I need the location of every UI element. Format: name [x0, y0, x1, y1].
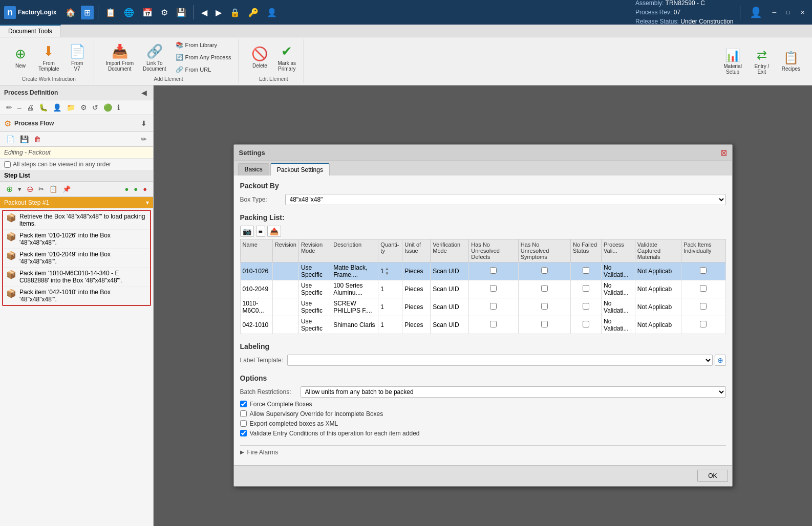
sidebar-tb-settings[interactable]: ⚙	[78, 102, 89, 113]
nav-gear-btn[interactable]: ⚙	[158, 6, 171, 19]
step-info-btn[interactable]: ●	[141, 184, 149, 194]
row0-no-defects-cb[interactable]	[490, 267, 497, 274]
fire-alarms-section[interactable]: ▶ Fire Alarms	[240, 445, 726, 459]
row1-no-defects-cb[interactable]	[490, 285, 497, 292]
row3-pack-individually-cb[interactable]	[700, 321, 707, 327]
maximize-btn[interactable]: □	[783, 7, 793, 17]
nav-copy-btn[interactable]: 📋	[102, 6, 119, 19]
row1-no-failed-cb[interactable]	[583, 285, 589, 292]
allow-supervisory-override-row[interactable]: Allow Supervisory Override for Incomplet…	[240, 410, 726, 418]
sidebar-tb-green1[interactable]: 🟢	[101, 102, 114, 113]
ribbon-import-from-doc-btn[interactable]: 📥 Import FromDocument	[102, 41, 137, 74]
step-green1-btn[interactable]: ●	[122, 184, 131, 194]
step-sub-item-2[interactable]: 📦 Pack item '010-2049' into the Box '48"…	[3, 249, 150, 268]
ribbon-delete-btn[interactable]: 🚫 Delete	[247, 43, 272, 71]
step-green2-btn[interactable]: ●	[132, 184, 140, 194]
row2-pack-individually-cb[interactable]	[700, 303, 707, 310]
step-sub-item-0[interactable]: 📦 Retrieve the Box '48"x48"x48"' to load…	[3, 211, 150, 230]
row0-no-failed-cb[interactable]	[583, 267, 589, 274]
nav-back-btn[interactable]: ◀	[198, 6, 210, 19]
sidebar-tb-print[interactable]: 🖨	[25, 102, 36, 113]
ribbon-mark-primary-btn[interactable]: ✔ Mark asPrimary	[274, 41, 300, 74]
step-dropdown-btn[interactable]: ▾	[16, 184, 24, 194]
sidebar-collapse-btn[interactable]: ◀	[139, 87, 149, 98]
ribbon-link-to-doc-btn[interactable]: 🔗 Link ToDocument	[139, 41, 170, 74]
force-complete-boxes-cb[interactable]	[240, 401, 247, 407]
nav-forward-btn[interactable]: ▶	[212, 6, 225, 19]
ribbon-from-url-btn[interactable]: 🔗 From URL	[172, 64, 235, 75]
row2-no-failed-cb[interactable]	[583, 303, 589, 310]
view-any-order-checkbox[interactable]	[4, 161, 11, 168]
nav-lock-btn[interactable]: 🔒	[227, 6, 243, 19]
ok-button[interactable]: OK	[697, 470, 728, 482]
packing-list-add-btn[interactable]: 📷	[240, 226, 254, 237]
row1-pack-individually-cb[interactable]	[700, 285, 707, 292]
nav-user-btn[interactable]: 👤	[746, 4, 765, 20]
row1-no-symptoms-cb[interactable]	[541, 285, 548, 292]
step-sub-item-3[interactable]: 📦 Pack item '1010-M6C010-14-340 - E C088…	[3, 268, 150, 287]
ribbon-new-btn[interactable]: ⊕ New	[8, 43, 33, 71]
row0-qty-down[interactable]: ▼	[385, 271, 389, 276]
export-completed-xml-row[interactable]: Export completed boxes as XML	[240, 420, 726, 427]
row2-no-defects-cb[interactable]	[490, 303, 497, 310]
step-add-btn[interactable]: ⊕	[4, 183, 15, 195]
row0-qty-up[interactable]: ▲	[385, 267, 389, 271]
nav-globe-btn[interactable]: 🌐	[121, 6, 137, 19]
row3-no-defects-cb[interactable]	[490, 321, 497, 327]
sidebar-tb-folder[interactable]: 📁	[65, 102, 77, 113]
ribbon-material-setup-btn[interactable]: 📊 MaterialSetup	[720, 46, 745, 77]
packout-step-item[interactable]: Packout Step #1 ▾	[0, 197, 153, 209]
add-label-btn[interactable]: ⊕	[715, 355, 726, 366]
step-sub-item-4[interactable]: 📦 Pack item '042-1010' into the Box '48"…	[3, 287, 150, 305]
step-remove-btn[interactable]: ⊖	[25, 183, 35, 195]
row3-no-symptoms-cb[interactable]	[541, 321, 548, 327]
label-template-select[interactable]	[287, 355, 712, 366]
export-completed-xml-cb[interactable]	[240, 420, 247, 427]
icon-row-btn1[interactable]: 📄	[4, 134, 17, 144]
dialog-close-btn[interactable]: ⊠	[720, 148, 727, 158]
validate-entry-conditions-cb[interactable]	[240, 430, 247, 436]
row0-no-symptoms-cb[interactable]	[541, 267, 548, 274]
validate-entry-conditions-row[interactable]: Validate Entry Conditions of this operat…	[240, 430, 726, 437]
table-row-0[interactable]: 010-1026 Use Specific Matte Black, Frame…	[240, 262, 725, 280]
ribbon-from-library-btn[interactable]: 📚 From Library	[172, 39, 235, 51]
ribbon-from-template-btn[interactable]: ⬇ FromTemplate	[35, 41, 63, 74]
nav-person-btn[interactable]: 👤	[264, 6, 280, 19]
ribbon-recipes-btn[interactable]: 📋 Recipes	[778, 48, 804, 74]
ribbon-entry-exit-btn[interactable]: ⇄ Entry /Exit	[750, 46, 774, 77]
sidebar-tb-info[interactable]: ℹ	[115, 102, 122, 113]
row3-no-failed-cb[interactable]	[583, 321, 589, 327]
packing-list-export-btn[interactable]: 📤	[267, 226, 281, 237]
row2-no-symptoms-cb[interactable]	[541, 303, 548, 310]
ribbon-from-any-process-btn[interactable]: 🔄 From Any Process	[172, 52, 235, 63]
tab-packout-settings[interactable]: Packout Settings	[270, 163, 330, 176]
box-type-select[interactable]: 48"x48"x48"	[285, 194, 726, 205]
batch-restrictions-select[interactable]: Allow units from any batch to be packed	[301, 386, 726, 398]
row0-pack-individually-cb[interactable]	[700, 267, 707, 274]
icon-row-btn4[interactable]: ✏	[139, 134, 149, 144]
allow-supervisory-override-cb[interactable]	[240, 410, 247, 417]
process-flow-down-btn[interactable]: ⬇	[139, 118, 149, 128]
nav-home-btn[interactable]: 🏠	[62, 6, 79, 19]
sidebar-tb-pencil[interactable]: ✏	[4, 102, 14, 113]
close-btn[interactable]: ✕	[797, 7, 808, 18]
table-row-1[interactable]: 010-2049 Use Specific 100 Series Aluminu…	[240, 280, 725, 298]
icon-row-btn2[interactable]: 💾	[18, 134, 31, 144]
force-complete-boxes-row[interactable]: Force Complete Boxes	[240, 401, 726, 408]
icon-row-btn3[interactable]: 🗑	[32, 134, 43, 144]
nav-grid-btn[interactable]: ⊞	[81, 6, 94, 19]
sidebar-tb-person[interactable]: 👤	[51, 102, 63, 113]
step-sub-item-1[interactable]: 📦 Pack item '010-1026' into the Box '48"…	[3, 230, 150, 249]
nav-key-btn[interactable]: 🔑	[245, 6, 262, 19]
nav-calendar-btn[interactable]: 📅	[139, 6, 156, 19]
step-cut-btn[interactable]: ✂	[36, 184, 46, 194]
table-row-3[interactable]: 042-1010 Use Specific Shimano Claris 1 P…	[240, 316, 725, 334]
step-paste-btn[interactable]: 📌	[60, 184, 73, 194]
packing-list-list-btn[interactable]: ≡	[256, 226, 265, 237]
sidebar-tb-minus[interactable]: –	[15, 102, 24, 113]
ribbon-from-v7-btn[interactable]: 📄 FromV7	[65, 41, 90, 74]
step-copy-btn[interactable]: 📋	[47, 184, 59, 194]
sidebar-tb-refresh[interactable]: ↺	[90, 102, 100, 113]
sidebar-tb-bug[interactable]: 🐛	[37, 102, 50, 113]
table-row-2[interactable]: 1010-M6C0... Use Specific SCREW PHILLIPS…	[240, 298, 725, 316]
